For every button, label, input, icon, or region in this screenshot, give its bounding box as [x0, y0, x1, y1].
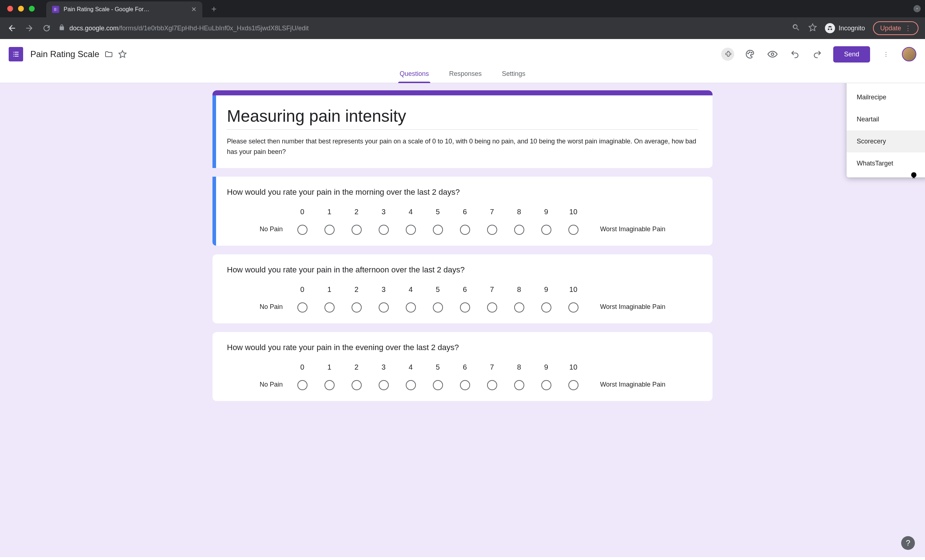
redo-icon[interactable] [811, 48, 824, 61]
more-options-icon[interactable]: ⋮ [880, 48, 892, 61]
addons-item-scorecery[interactable]: Scorecery [847, 130, 925, 152]
scale-radio[interactable] [379, 380, 389, 390]
preview-icon[interactable] [766, 48, 779, 61]
scale-radio[interactable] [324, 380, 334, 390]
tab-settings[interactable]: Settings [500, 65, 527, 83]
scale-radio[interactable] [514, 380, 524, 390]
scale-radio[interactable] [568, 303, 579, 313]
incognito-label: Incognito [839, 24, 865, 32]
scale-radio[interactable] [487, 225, 497, 235]
bookmark-icon[interactable] [808, 23, 817, 33]
question-card-3[interactable]: How would you rate your pain in the even… [212, 332, 713, 401]
scale-radio[interactable] [568, 225, 579, 235]
star-icon[interactable] [118, 50, 127, 59]
scale-radio[interactable] [297, 303, 307, 313]
window-minimize[interactable] [18, 6, 24, 12]
scale-radio[interactable] [487, 303, 497, 313]
tab-questions[interactable]: Questions [398, 65, 430, 83]
addons-menu: Formfacade Mailrecipe Neartail Scorecery… [847, 83, 925, 178]
tabs-overflow-icon[interactable] [913, 5, 920, 12]
lock-icon [59, 24, 65, 33]
scale-radio[interactable] [352, 380, 362, 390]
question-text[interactable]: How would you rate your pain in the even… [227, 343, 698, 352]
scale-radio[interactable] [433, 225, 443, 235]
scale-radio[interactable] [324, 303, 334, 313]
question-card-1[interactable]: How would you rate your pain in the morn… [212, 177, 713, 246]
svg-point-2 [751, 53, 752, 53]
update-button[interactable]: Update ⋮ [873, 21, 919, 35]
scale-radio[interactable] [568, 380, 579, 390]
scale-radio[interactable] [433, 380, 443, 390]
scale-radio[interactable] [433, 303, 443, 313]
editor-tabs: Questions Responses Settings [0, 65, 925, 83]
question-text[interactable]: How would you rate your pain in the afte… [227, 265, 698, 275]
scale-radio[interactable] [297, 380, 307, 390]
scale-radio[interactable] [541, 380, 551, 390]
scale-radio[interactable] [487, 380, 497, 390]
undo-icon[interactable] [788, 48, 801, 61]
tab-title: Pain Rating Scale - Google For… [63, 6, 187, 13]
question-text[interactable]: How would you rate your pain in the morn… [227, 188, 698, 197]
scale-right-label: Worst Imaginable Pain [600, 226, 666, 233]
scale-radio[interactable] [541, 225, 551, 235]
scale-right-label: Worst Imaginable Pain [600, 381, 666, 388]
addons-item-formfacade[interactable]: Formfacade [847, 83, 925, 86]
scale-radio[interactable] [406, 303, 416, 313]
scale-radio[interactable] [379, 303, 389, 313]
browser-tab[interactable]: Pain Rating Scale - Google For… ✕ [46, 2, 202, 17]
scale-radio[interactable] [460, 303, 470, 313]
form-header-card[interactable]: Measuring pain intensity Please select t… [212, 90, 713, 168]
cursor-icon [911, 172, 919, 182]
address-bar: docs.google.com/forms/d/1e0rbbXgl7EpHhd-… [0, 17, 925, 39]
account-avatar[interactable] [902, 47, 916, 62]
forward-button[interactable] [24, 24, 35, 33]
move-to-folder-icon[interactable] [104, 50, 113, 59]
scale-radio[interactable] [297, 225, 307, 235]
url-field[interactable]: docs.google.com/forms/d/1e0rbbXgl7EpHhd-… [59, 24, 785, 33]
scale-left-label: No Pain [260, 381, 283, 388]
tab-responses[interactable]: Responses [448, 65, 483, 83]
scale-radio[interactable] [541, 303, 551, 313]
form-body: 1 Formfacade Mailrecipe Neartail Scorece… [212, 90, 713, 401]
search-icon[interactable] [792, 23, 800, 33]
incognito-icon [825, 23, 835, 33]
svg-point-1 [749, 52, 750, 53]
scale-radio[interactable] [514, 225, 524, 235]
form-description[interactable]: Please select then number that best repr… [227, 136, 698, 157]
scale-radio[interactable] [352, 303, 362, 313]
window-close[interactable] [7, 6, 13, 12]
addons-item-mailrecipe[interactable]: Mailrecipe [847, 86, 925, 108]
linear-scale: No Pain 0 1 2 3 4 5 6 7 8 9 10 [227, 363, 698, 390]
addons-item-neartail[interactable]: Neartail [847, 108, 925, 130]
scale-options: 0 1 2 3 4 5 6 7 8 9 10 [297, 363, 579, 390]
tab-close-icon[interactable]: ✕ [191, 5, 197, 14]
scale-radio[interactable] [460, 380, 470, 390]
question-card-2[interactable]: How would you rate your pain in the afte… [212, 254, 713, 324]
help-button[interactable]: ? [901, 536, 915, 550]
form-canvas: 1 Formfacade Mailrecipe Neartail Scorece… [0, 83, 925, 557]
back-button[interactable] [6, 24, 17, 33]
window-maximize[interactable] [29, 6, 35, 12]
scale-radio[interactable] [352, 225, 362, 235]
forms-favicon-icon [52, 6, 59, 13]
scale-radio[interactable] [324, 225, 334, 235]
scale-radio[interactable] [406, 225, 416, 235]
addons-item-whatstarget[interactable]: WhatsTarget [847, 152, 925, 175]
browser-chrome: Pain Rating Scale - Google For… ✕ ＋ docs… [0, 0, 925, 39]
theme-icon[interactable] [744, 48, 756, 61]
addons-icon[interactable] [721, 48, 734, 61]
scale-radio[interactable] [460, 225, 470, 235]
send-button[interactable]: Send [833, 46, 870, 63]
scale-left-label: No Pain [260, 303, 283, 311]
scale-radio[interactable] [406, 380, 416, 390]
scale-right-label: Worst Imaginable Pain [600, 303, 666, 311]
scale-radio[interactable] [514, 303, 524, 313]
scale-left-label: No Pain [260, 226, 283, 233]
document-title[interactable]: Pain Rating Scale [30, 49, 99, 59]
app-header: Pain Rating Scale Send ⋮ [0, 39, 925, 65]
forms-logo-icon[interactable] [9, 47, 23, 62]
new-tab-button[interactable]: ＋ [209, 3, 218, 15]
scale-radio[interactable] [379, 225, 389, 235]
form-title[interactable]: Measuring pain intensity [227, 106, 698, 130]
reload-button[interactable] [41, 24, 52, 33]
